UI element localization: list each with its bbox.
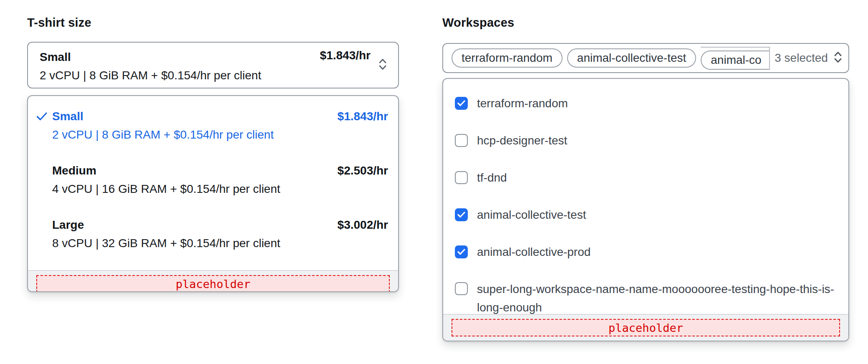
option-description: 8 vCPU | 32 GiB RAM + $0.154/hr per clie…	[52, 234, 388, 253]
checkbox-checked[interactable]	[455, 245, 468, 258]
workspace-name: tf-dnd	[477, 169, 507, 187]
tshirt-size-options: Small $1.843/hr 2 vCPU | 8 GiB RAM + $0.…	[28, 96, 398, 270]
option-price: $2.503/hr	[338, 162, 388, 180]
option-name: Medium	[52, 162, 338, 180]
workspaces-listbox: terraform-random hcp-designer-test tf-dn…	[442, 78, 849, 341]
workspaces-label: Workspaces	[442, 16, 514, 30]
workspace-option[interactable]: super-long-workspace-name-name-moooooore…	[455, 270, 837, 314]
check-icon	[36, 107, 52, 126]
workspace-option[interactable]: hcp-designer-test	[455, 122, 837, 159]
checkbox-unchecked[interactable]	[455, 134, 468, 147]
option-price: $3.002/hr	[338, 216, 388, 234]
check-placeholder	[36, 216, 52, 234]
caret-sort-icon	[833, 51, 843, 65]
workspace-name: animal-collective-test	[477, 206, 586, 224]
workspace-pill: animal-collective-test	[567, 48, 696, 68]
tshirt-size-label: T-shirt size	[27, 16, 91, 30]
option-name: Small	[52, 107, 338, 126]
workspace-name: super-long-workspace-name-name-moooooore…	[477, 280, 836, 314]
workspace-pill: terraform-random	[452, 48, 563, 68]
listbox-footer: placeholder	[443, 314, 848, 341]
size-option-small[interactable]: Small $1.843/hr 2 vCPU | 8 GiB RAM + $0.…	[36, 107, 388, 144]
option-description: 2 vCPU | 8 GiB RAM + $0.154/hr per clien…	[52, 126, 388, 144]
page: T-shirt size Small 2 vCPU | 8 GiB RAM + …	[0, 0, 868, 364]
footer-placeholder-block: placeholder	[452, 319, 840, 336]
workspace-name: hcp-designer-test	[477, 131, 567, 150]
workspace-pill-clipped-text: animal-co	[701, 51, 770, 70]
footer-placeholder-block: placeholder	[36, 275, 390, 292]
checkbox-unchecked[interactable]	[455, 171, 468, 184]
selected-count: 3 selected	[775, 51, 828, 65]
workspaces-options: terraform-random hcp-designer-test tf-dn…	[443, 79, 848, 314]
workspaces-multiselect-trigger[interactable]: terraform-random animal-collective-test …	[442, 43, 849, 73]
workspace-name: animal-collective-prod	[477, 243, 590, 261]
tshirt-size-listbox: Small $1.843/hr 2 vCPU | 8 GiB RAM + $0.…	[27, 95, 399, 292]
check-placeholder	[36, 162, 52, 180]
workspace-name: terraform-random	[477, 94, 568, 113]
listbox-footer: placeholder	[28, 270, 398, 292]
tshirt-size-select-trigger[interactable]: Small 2 vCPU | 8 GiB RAM + $0.154/hr per…	[27, 42, 399, 88]
selected-size-description: 2 vCPU | 8 GiB RAM + $0.154/hr per clien…	[40, 66, 386, 85]
option-description: 4 vCPU | 16 GiB RAM + $0.154/hr per clie…	[52, 180, 388, 198]
caret-sort-icon	[377, 58, 388, 72]
workspace-option[interactable]: tf-dnd	[455, 159, 837, 196]
workspace-option[interactable]: terraform-random	[455, 85, 837, 122]
option-price: $1.843/hr	[338, 107, 388, 126]
checkbox-checked[interactable]	[455, 97, 468, 110]
workspace-option[interactable]: animal-collective-test	[455, 196, 837, 233]
checkbox-checked[interactable]	[455, 208, 468, 221]
size-option-medium[interactable]: Medium $2.503/hr 4 vCPU | 16 GiB RAM + $…	[36, 162, 388, 198]
workspace-pill-clipped: animal-co	[701, 47, 770, 70]
selected-size-price: $1.843/hr	[320, 49, 371, 62]
checkbox-unchecked[interactable]	[455, 282, 468, 295]
option-name: Large	[52, 216, 338, 234]
size-option-large[interactable]: Large $3.002/hr 8 vCPU | 32 GiB RAM + $0…	[36, 216, 388, 253]
workspace-option[interactable]: animal-collective-prod	[455, 233, 837, 270]
